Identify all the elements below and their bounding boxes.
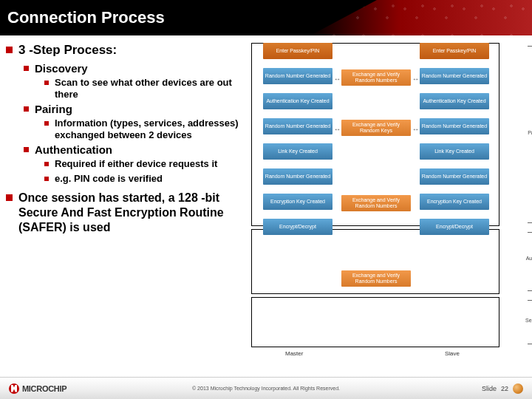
bullet-auth: Authentication <box>24 143 244 156</box>
logo-mark-icon <box>9 383 19 394</box>
master-column: Enter Passkey/PIN Random Number Generate… <box>263 43 332 235</box>
bullet-text: Once session has started, a 128 -bit Sec… <box>18 191 244 235</box>
box-encdec: Encrypt/Decrypt <box>420 219 489 235</box>
bullet-icon <box>44 162 49 166</box>
bullet-icon <box>6 194 13 201</box>
bullet-icon <box>6 47 13 53</box>
bullet-text: Authentication <box>35 143 112 156</box>
bullet-icon <box>44 177 49 181</box>
center-column: Exchange and Verify Random Numbers Excha… <box>341 43 411 287</box>
box-linkkey: Link Key Created <box>420 143 489 160</box>
box-authkey: Authentication Key Created <box>263 93 332 109</box>
slide-header: Connection Process <box>0 0 532 35</box>
slide-content: 3 -Step Process: Discovery Scan to see w… <box>0 35 532 368</box>
box-encdec: Encrypt/Decrypt <box>263 219 332 235</box>
bullet-discovery: Discovery <box>24 62 244 75</box>
box-linkkey: Link Key Created <box>263 143 332 160</box>
box-rng3: Random Number Generated <box>420 168 489 185</box>
arrow-icon: ↔ <box>412 75 419 83</box>
bullet-text: Information (types, services, addresses)… <box>55 117 244 140</box>
box-enter: Enter Passkey/PIN <box>263 43 332 59</box>
bullet-text: Pairing <box>35 103 72 115</box>
box-enckey: Encryption Key Created <box>263 194 332 210</box>
bullet-icon <box>44 81 49 85</box>
slide-footer: MICROCHIP © 2013 Microchip Technology In… <box>0 377 532 399</box>
box-exch-enc2: Exchange and Verify Random Numbers <box>341 270 411 287</box>
text-column: 3 -Step Process: Discovery Scan to see w… <box>6 43 250 368</box>
bullet-process: 3 -Step Process: <box>6 43 244 58</box>
nav-next-icon[interactable] <box>513 383 523 394</box>
diagram-column: Enter Passkey/PIN Random Number Generate… <box>250 43 523 368</box>
box-rng: Random Number Generated <box>263 68 332 84</box>
slave-column: Enter Passkey/PIN Random Number Generate… <box>420 43 489 235</box>
box-rng2: Random Number Generated <box>263 118 332 134</box>
bullet-text: 3 -Step Process: <box>18 43 117 58</box>
brace-label-session: Session <box>525 318 532 323</box>
bullet-icon <box>24 66 29 71</box>
brand-logo: MICROCHIP <box>9 383 66 394</box>
brace-label-pairing: Pairing <box>528 130 532 135</box>
slide-num-value: 22 <box>501 385 508 392</box>
box-rng2: Random Number Generated <box>420 118 489 134</box>
header-circuit-decoration <box>310 0 532 35</box>
arrow-icon: ↔ <box>334 75 341 83</box>
arrow-icon: ↔ <box>334 126 341 133</box>
bullet-auth-detail2: e.g. PIN code is verified <box>44 173 244 185</box>
slide-label: Slide <box>482 385 497 392</box>
box-exch-rng: Exchange and Verify Random Numbers <box>341 69 411 86</box>
bullet-text: Required if either device requests it <box>55 158 217 170</box>
bullet-auth-detail1: Required if either device requests it <box>44 158 244 170</box>
box-exch-keys: Exchange and Verify Random Keys <box>341 120 411 136</box>
bullet-text: Discovery <box>35 62 88 75</box>
bullet-session: Once session has started, a 128 -bit Sec… <box>6 191 244 235</box>
bullet-text: e.g. PIN code is verified <box>55 173 163 185</box>
copyright-text: © 2013 Microchip Technology Incorporated… <box>192 386 340 391</box>
phase-session-box <box>251 297 499 347</box>
brace-label-auth: Authentication <box>526 256 532 261</box>
bullet-icon <box>24 106 29 112</box>
connection-diagram: Enter Passkey/PIN Random Number Generate… <box>250 43 523 368</box>
box-enter: Enter Passkey/PIN <box>420 43 489 59</box>
bullet-icon <box>24 147 29 152</box>
role-label-master: Master <box>285 350 303 357</box>
slide-number: Slide 22 <box>482 383 523 394</box>
bullet-icon <box>44 121 49 126</box>
box-rng3: Random Number Generated <box>263 168 332 185</box>
bullet-pairing: Pairing <box>24 103 244 115</box>
arrow-icon: ↔ <box>412 126 419 133</box>
role-label-slave: Slave <box>445 350 460 357</box>
box-rng: Random Number Generated <box>420 68 489 84</box>
bullet-pairing-detail: Information (types, services, addresses)… <box>44 117 244 140</box>
bullet-text: Scan to see what other devices are out t… <box>55 77 244 100</box>
box-exch-enc: Exchange and Verify Random Numbers <box>341 195 411 211</box>
box-enckey: Encryption Key Created <box>420 194 489 210</box>
box-authkey: Authentication Key Created <box>420 93 489 109</box>
brand-name: MICROCHIP <box>22 384 66 393</box>
brace-auth <box>528 232 532 291</box>
bullet-discovery-detail: Scan to see what other devices are out t… <box>44 77 244 100</box>
slide-title: Connection Process <box>7 8 165 27</box>
